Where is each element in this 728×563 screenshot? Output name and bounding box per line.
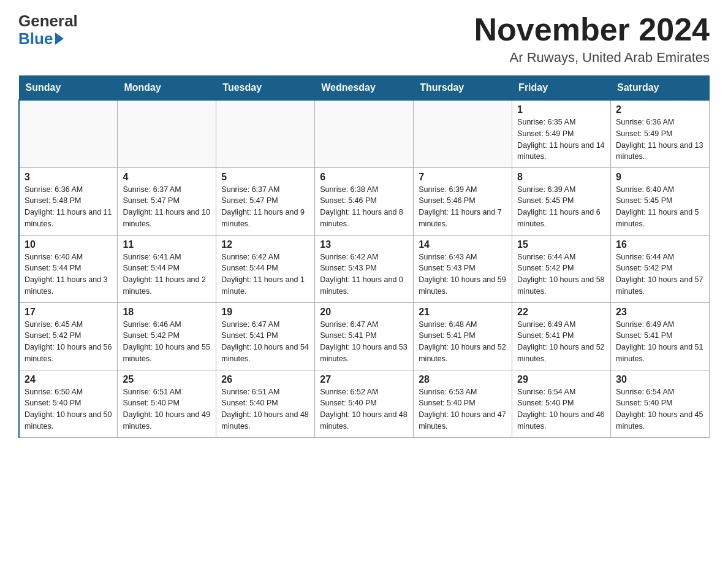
day-number: 10 bbox=[25, 239, 112, 250]
sunrise-text: Sunrise: 6:40 AM bbox=[25, 251, 112, 263]
daylight-text: Daylight: 10 hours and 48 minutes. bbox=[221, 409, 309, 432]
day-number: 22 bbox=[517, 307, 605, 318]
calendar-cell: 24Sunrise: 6:50 AMSunset: 5:40 PMDayligh… bbox=[19, 370, 118, 437]
location-title: Ar Ruways, United Arab Emirates bbox=[474, 50, 710, 66]
sunset-text: Sunset: 5:42 PM bbox=[616, 262, 704, 274]
day-number: 17 bbox=[25, 307, 112, 318]
sunset-text: Sunset: 5:48 PM bbox=[25, 195, 112, 207]
sunrise-text: Sunrise: 6:44 AM bbox=[616, 251, 704, 263]
calendar-cell: 15Sunrise: 6:44 AMSunset: 5:42 PMDayligh… bbox=[512, 235, 611, 302]
day-number: 23 bbox=[616, 307, 704, 318]
sunset-text: Sunset: 5:44 PM bbox=[25, 262, 112, 274]
sunset-text: Sunset: 5:40 PM bbox=[616, 397, 704, 409]
calendar-cell: 22Sunrise: 6:49 AMSunset: 5:41 PMDayligh… bbox=[512, 302, 611, 370]
sunset-text: Sunset: 5:41 PM bbox=[320, 330, 408, 342]
sunrise-text: Sunrise: 6:45 AM bbox=[25, 319, 112, 331]
day-info: Sunrise: 6:36 AMSunset: 5:49 PMDaylight:… bbox=[616, 117, 704, 163]
calendar-cell: 1Sunrise: 6:35 AMSunset: 5:49 PMDaylight… bbox=[512, 100, 611, 167]
day-info: Sunrise: 6:41 AMSunset: 5:44 PMDaylight:… bbox=[123, 251, 211, 297]
sunrise-text: Sunrise: 6:38 AM bbox=[320, 184, 408, 196]
calendar-cell: 25Sunrise: 6:51 AMSunset: 5:40 PMDayligh… bbox=[118, 370, 216, 437]
sunrise-text: Sunrise: 6:41 AM bbox=[123, 251, 211, 263]
daylight-text: Daylight: 10 hours and 57 minutes. bbox=[616, 274, 704, 297]
day-number: 1 bbox=[517, 104, 605, 115]
sunset-text: Sunset: 5:40 PM bbox=[123, 397, 211, 409]
day-info: Sunrise: 6:52 AMSunset: 5:40 PMDaylight:… bbox=[320, 386, 408, 432]
day-number: 24 bbox=[25, 374, 112, 385]
sunrise-text: Sunrise: 6:39 AM bbox=[419, 184, 507, 196]
daylight-text: Daylight: 10 hours and 52 minutes. bbox=[419, 342, 507, 365]
day-number: 6 bbox=[320, 172, 408, 183]
calendar-body: 1Sunrise: 6:35 AMSunset: 5:49 PMDaylight… bbox=[19, 100, 710, 437]
day-number: 28 bbox=[419, 374, 507, 385]
calendar-header: Sunday Monday Tuesday Wednesday Thursday… bbox=[19, 76, 710, 101]
day-info: Sunrise: 6:42 AMSunset: 5:43 PMDaylight:… bbox=[320, 251, 408, 297]
daylight-text: Daylight: 11 hours and 0 minutes. bbox=[320, 274, 408, 297]
daylight-text: Daylight: 11 hours and 8 minutes. bbox=[320, 207, 408, 230]
calendar-cell: 23Sunrise: 6:49 AMSunset: 5:41 PMDayligh… bbox=[611, 302, 710, 370]
sunrise-text: Sunrise: 6:51 AM bbox=[221, 386, 309, 398]
day-info: Sunrise: 6:40 AMSunset: 5:44 PMDaylight:… bbox=[25, 251, 112, 297]
daylight-text: Daylight: 10 hours and 48 minutes. bbox=[320, 409, 408, 432]
sunset-text: Sunset: 5:40 PM bbox=[419, 397, 507, 409]
sunset-text: Sunset: 5:46 PM bbox=[419, 195, 507, 207]
calendar-cell: 18Sunrise: 6:46 AMSunset: 5:42 PMDayligh… bbox=[118, 302, 216, 370]
day-info: Sunrise: 6:39 AMSunset: 5:45 PMDaylight:… bbox=[517, 184, 605, 230]
logo-triangle-icon bbox=[55, 33, 64, 45]
sunrise-text: Sunrise: 6:35 AM bbox=[517, 117, 605, 128]
sunrise-text: Sunrise: 6:54 AM bbox=[616, 386, 704, 398]
sunset-text: Sunset: 5:40 PM bbox=[517, 397, 605, 409]
day-number: 8 bbox=[517, 172, 605, 183]
day-info: Sunrise: 6:44 AMSunset: 5:42 PMDaylight:… bbox=[517, 251, 605, 297]
day-number: 2 bbox=[616, 104, 704, 115]
daylight-text: Daylight: 11 hours and 14 minutes. bbox=[517, 140, 605, 163]
day-number: 11 bbox=[123, 239, 211, 250]
day-info: Sunrise: 6:49 AMSunset: 5:41 PMDaylight:… bbox=[517, 319, 605, 365]
header-thursday: Thursday bbox=[414, 76, 512, 101]
calendar-cell bbox=[414, 100, 512, 167]
sunrise-text: Sunrise: 6:54 AM bbox=[517, 386, 605, 398]
day-number: 7 bbox=[419, 172, 507, 183]
sunset-text: Sunset: 5:47 PM bbox=[123, 195, 211, 207]
day-info: Sunrise: 6:54 AMSunset: 5:40 PMDaylight:… bbox=[616, 386, 704, 432]
calendar-week-3: 10Sunrise: 6:40 AMSunset: 5:44 PMDayligh… bbox=[19, 235, 710, 302]
day-info: Sunrise: 6:43 AMSunset: 5:43 PMDaylight:… bbox=[419, 251, 507, 297]
sunrise-text: Sunrise: 6:52 AM bbox=[320, 386, 408, 398]
day-number: 14 bbox=[419, 239, 507, 250]
header-wednesday: Wednesday bbox=[315, 76, 414, 101]
day-info: Sunrise: 6:51 AMSunset: 5:40 PMDaylight:… bbox=[221, 386, 309, 432]
month-title: November 2024 bbox=[474, 12, 710, 47]
sunset-text: Sunset: 5:42 PM bbox=[25, 330, 112, 342]
day-info: Sunrise: 6:36 AMSunset: 5:48 PMDaylight:… bbox=[25, 184, 112, 230]
day-info: Sunrise: 6:49 AMSunset: 5:41 PMDaylight:… bbox=[616, 319, 704, 365]
sunset-text: Sunset: 5:43 PM bbox=[419, 262, 507, 274]
daylight-text: Daylight: 10 hours and 53 minutes. bbox=[320, 342, 408, 365]
calendar-cell: 29Sunrise: 6:54 AMSunset: 5:40 PMDayligh… bbox=[512, 370, 611, 437]
calendar-cell: 6Sunrise: 6:38 AMSunset: 5:46 PMDaylight… bbox=[315, 167, 414, 235]
calendar-cell: 17Sunrise: 6:45 AMSunset: 5:42 PMDayligh… bbox=[19, 302, 118, 370]
daylight-text: Daylight: 10 hours and 47 minutes. bbox=[419, 409, 507, 432]
daylight-text: Daylight: 11 hours and 3 minutes. bbox=[25, 274, 112, 297]
logo: General Blue bbox=[18, 12, 78, 47]
header-tuesday: Tuesday bbox=[216, 76, 315, 101]
day-number: 26 bbox=[221, 374, 309, 385]
calendar-cell: 26Sunrise: 6:51 AMSunset: 5:40 PMDayligh… bbox=[216, 370, 315, 437]
sunrise-text: Sunrise: 6:53 AM bbox=[419, 386, 507, 398]
sunset-text: Sunset: 5:42 PM bbox=[517, 262, 605, 274]
sunrise-text: Sunrise: 6:36 AM bbox=[25, 184, 112, 196]
day-number: 25 bbox=[123, 374, 211, 385]
sunrise-text: Sunrise: 6:42 AM bbox=[221, 251, 309, 263]
calendar-week-2: 3Sunrise: 6:36 AMSunset: 5:48 PMDaylight… bbox=[19, 167, 710, 235]
sunset-text: Sunset: 5:41 PM bbox=[221, 330, 309, 342]
day-number: 29 bbox=[517, 374, 605, 385]
calendar-cell: 13Sunrise: 6:42 AMSunset: 5:43 PMDayligh… bbox=[315, 235, 414, 302]
daylight-text: Daylight: 10 hours and 46 minutes. bbox=[517, 409, 605, 432]
day-info: Sunrise: 6:39 AMSunset: 5:46 PMDaylight:… bbox=[419, 184, 507, 230]
sunset-text: Sunset: 5:41 PM bbox=[517, 330, 605, 342]
daylight-text: Daylight: 11 hours and 5 minutes. bbox=[616, 207, 704, 230]
day-number: 19 bbox=[221, 307, 309, 318]
day-info: Sunrise: 6:44 AMSunset: 5:42 PMDaylight:… bbox=[616, 251, 704, 297]
sunset-text: Sunset: 5:41 PM bbox=[419, 330, 507, 342]
daylight-text: Daylight: 11 hours and 9 minutes. bbox=[221, 207, 309, 230]
header-monday: Monday bbox=[118, 76, 216, 101]
